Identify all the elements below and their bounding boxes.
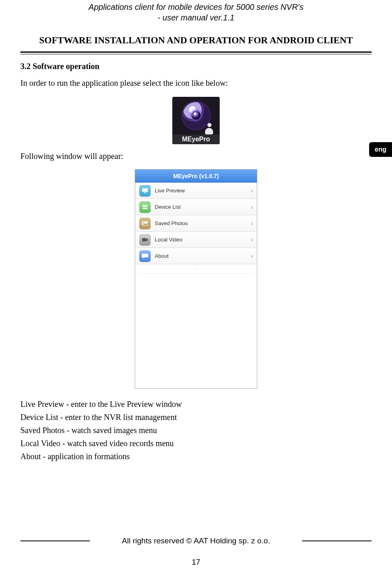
- menu-item-about[interactable]: About ›: [135, 248, 257, 264]
- intro-text: In order to run the application please s…: [20, 78, 372, 88]
- page-footer: All rights reserved © AAT Holding sp. z …: [20, 536, 372, 545]
- meyepro-pupil-icon: [192, 111, 200, 120]
- language-tab: eng: [369, 142, 392, 157]
- svg-rect-2: [143, 205, 147, 207]
- footer-rule-right: [302, 540, 372, 541]
- phone-screenshot: MEyePro (v1.0.7) Live Preview › Device L…: [135, 169, 257, 389]
- menu-label: About: [155, 253, 251, 259]
- page-number: 17: [0, 558, 392, 567]
- page-header: Applications client for mobile devices f…: [20, 0, 372, 23]
- speech-bubble-icon: [139, 250, 151, 262]
- section-heading: 3.2 Software operation: [20, 62, 372, 71]
- description-line: About - application in formations: [20, 450, 372, 463]
- description-line: Device List - enter to the NVR list mana…: [20, 411, 372, 424]
- menu-label: Saved Photos: [155, 220, 251, 226]
- video-icon: [139, 234, 151, 246]
- menu-item-local-video[interactable]: Local Video ›: [135, 232, 257, 248]
- app-icon: MEyePro: [172, 97, 220, 144]
- chevron-right-icon: ›: [251, 220, 253, 227]
- phone-menu-list: Live Preview › Device List › Saved Photo…: [135, 183, 257, 274]
- menu-label: Local Video: [155, 237, 251, 243]
- chapter-title: SOFTWARE INSTALLATION AND OPERATION FOR …: [20, 35, 372, 46]
- app-icon-label: MEyePro: [172, 134, 220, 144]
- double-rule: [20, 51, 372, 54]
- chevron-right-icon: ›: [251, 236, 253, 243]
- footer-rule-left: [20, 540, 90, 541]
- manual-page: Applications client for mobile devices f…: [0, 0, 392, 574]
- svg-rect-3: [143, 208, 147, 209]
- monitor-icon: [139, 185, 151, 197]
- chevron-right-icon: ›: [251, 187, 253, 194]
- drag-handle-icon: ··: [135, 264, 257, 274]
- chevron-right-icon: ›: [251, 252, 253, 260]
- phone-title-bar: MEyePro (v1.0.7): [135, 170, 257, 183]
- header-line-2: - user manual ver.1.1: [20, 12, 372, 23]
- description-line: Local Video - watch saved video records …: [20, 437, 372, 450]
- phone-blank-area: [135, 274, 257, 388]
- menu-item-saved-photos[interactable]: Saved Photos ›: [135, 215, 257, 232]
- chevron-right-icon: ›: [251, 203, 253, 211]
- menu-label: Live Preview: [155, 188, 251, 194]
- copyright-text: All rights reserved © AAT Holding sp. z …: [122, 536, 270, 545]
- description-line: Saved Photos - watch saved images menu: [20, 424, 372, 437]
- menu-label: Device List: [155, 204, 251, 210]
- after-icon-text: Following window will appear:: [20, 152, 372, 161]
- svg-rect-6: [142, 238, 146, 241]
- svg-point-5: [143, 222, 145, 223]
- header-line-1: Applications client for mobile devices f…: [20, 2, 372, 12]
- svg-rect-1: [144, 192, 146, 193]
- person-icon: [205, 123, 214, 134]
- svg-rect-0: [142, 188, 148, 192]
- menu-descriptions: Live Preview - enter to the Live Preview…: [20, 398, 372, 463]
- menu-item-device-list[interactable]: Device List ›: [135, 199, 257, 215]
- description-line: Live Preview - enter to the Live Preview…: [20, 398, 372, 411]
- menu-item-live-preview[interactable]: Live Preview ›: [135, 183, 257, 199]
- device-icon: [139, 201, 151, 213]
- photo-icon: [139, 218, 151, 229]
